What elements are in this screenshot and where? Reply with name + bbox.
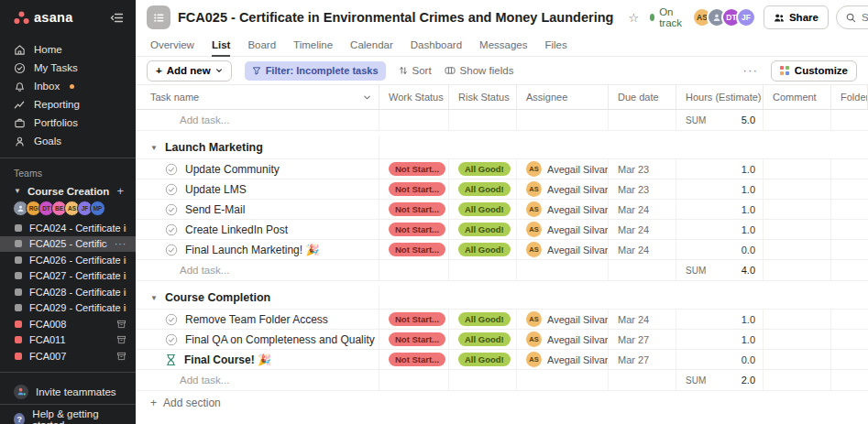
team-add-icon[interactable]: +	[116, 184, 124, 198]
tab-files[interactable]: Files	[544, 39, 566, 57]
task-check-icon[interactable]	[165, 163, 178, 176]
sidebar-item-inbox[interactable]: Inbox	[0, 77, 136, 95]
comment-cell[interactable]	[764, 330, 831, 349]
work-status-pill[interactable]: Not Start...	[389, 312, 445, 326]
milestone-hourglass-icon[interactable]	[165, 353, 177, 366]
due-date[interactable]: Mar 24	[609, 310, 676, 329]
share-button[interactable]: Share	[764, 5, 829, 29]
team-course-creation[interactable]: ▼ Course Creation +	[0, 184, 136, 198]
risk-status-pill[interactable]: All Good!	[458, 202, 511, 216]
section-header-course-completion[interactable]: ▼ Course Completion	[136, 287, 868, 310]
tab-overview[interactable]: Overview	[150, 39, 194, 57]
hours-estimate[interactable]: 0.0	[676, 350, 764, 369]
search-input[interactable]	[862, 12, 868, 23]
work-status-pill[interactable]: Not Start...	[389, 182, 445, 196]
hours-estimate[interactable]: 1.0	[676, 220, 764, 239]
table-row[interactable]: Final QA on Completeness and Quality Not…	[136, 330, 868, 350]
tab-timeline[interactable]: Timeline	[293, 39, 333, 57]
hours-estimate[interactable]: 1.0	[676, 179, 764, 199]
due-date[interactable]: Mar 24	[609, 240, 676, 259]
project-more-icon[interactable]: ···	[115, 239, 126, 249]
show-fields-button[interactable]: Show fields	[445, 65, 514, 76]
favorite-star-icon[interactable]: ☆	[628, 11, 639, 25]
comment-cell[interactable]	[764, 350, 831, 369]
tab-messages[interactable]: Messages	[479, 39, 527, 57]
work-status-pill[interactable]: Not Start...	[389, 243, 445, 256]
avatar[interactable]: MP	[90, 201, 105, 216]
avatar[interactable]: JF	[736, 7, 756, 27]
table-row[interactable]: Create LinkedIn Post Not Start... All Go…	[136, 220, 868, 240]
risk-status-pill[interactable]: All Good!	[458, 223, 511, 236]
work-status-pill[interactable]: Not Start...	[389, 202, 445, 216]
sidebar-item-my-tasks[interactable]: My Tasks	[0, 59, 136, 77]
sidebar-item-home[interactable]: Home	[0, 40, 136, 59]
folder-path-cell[interactable]	[831, 350, 868, 369]
section-header-launch-marketing[interactable]: ▼ Launch Marketing	[136, 136, 868, 159]
table-row[interactable]: Update Community Not Start... All Good! …	[136, 159, 868, 179]
column-task-name[interactable]: Task name	[136, 85, 379, 109]
folder-path-cell[interactable]	[831, 200, 868, 219]
task-check-icon[interactable]	[165, 333, 178, 346]
due-date[interactable]: Mar 27	[609, 350, 676, 369]
asana-logo[interactable]: asana	[14, 10, 73, 25]
work-status-pill[interactable]: Not Start...	[389, 162, 445, 176]
column-folder-path[interactable]: Folder Path	[831, 85, 868, 109]
column-hours[interactable]: Hours (Estimate)	[676, 85, 764, 109]
tab-calendar[interactable]: Calendar	[350, 39, 393, 57]
hours-estimate[interactable]: 0.0	[676, 240, 764, 259]
table-row-milestone[interactable]: Final Course! 🎉 Not Start... All Good! A…	[136, 350, 868, 370]
add-new-button[interactable]: + Add new	[147, 60, 232, 82]
risk-status-pill[interactable]: All Good!	[458, 182, 511, 196]
sidebar-project-fca024[interactable]: FCA024 - Certificate in...	[0, 220, 136, 236]
folder-path-cell[interactable]	[831, 220, 868, 239]
task-check-icon[interactable]	[165, 313, 178, 326]
folder-path-cell[interactable]	[831, 240, 868, 259]
hours-estimate[interactable]: 1.0	[676, 330, 764, 349]
invite-teammates-button[interactable]: Invite teammates	[0, 380, 136, 404]
table-row[interactable]: Final Launch Marketing! 🎉 Not Start... A…	[136, 240, 868, 260]
task-check-icon[interactable]	[165, 203, 178, 216]
hours-estimate[interactable]: 1.0	[676, 200, 764, 219]
hours-estimate[interactable]: 1.0	[676, 159, 764, 179]
column-risk-status[interactable]: Risk Status	[449, 85, 517, 109]
add-section-button[interactable]: + Add section	[136, 391, 868, 415]
table-row[interactable]: Remove Team Folder Access Not Start... A…	[136, 310, 868, 330]
more-options-icon[interactable]: ···	[743, 64, 759, 77]
filter-chip[interactable]: Filter: Incomplete tasks	[245, 61, 386, 81]
comment-cell[interactable]	[764, 179, 831, 199]
task-check-icon[interactable]	[165, 223, 178, 236]
sidebar-project-fca008[interactable]: FCA008	[0, 316, 136, 332]
hours-estimate[interactable]: 1.0	[676, 310, 764, 329]
sidebar-project-fca026[interactable]: FCA026 - Certificate in...	[0, 252, 136, 268]
risk-status-pill[interactable]: All Good!	[458, 332, 511, 346]
add-task-button[interactable]: Add task...	[136, 110, 379, 130]
risk-status-pill[interactable]: All Good!	[458, 243, 511, 256]
tab-list[interactable]: List	[212, 39, 230, 57]
sidebar-project-fca007[interactable]: FCA007	[0, 348, 136, 364]
customize-button[interactable]: Customize	[771, 60, 857, 82]
tab-dashboard[interactable]: Dashboard	[411, 39, 462, 57]
column-work-status[interactable]: Work Status	[379, 85, 449, 109]
work-status-pill[interactable]: Not Start...	[389, 332, 445, 346]
team-expand-icon[interactable]: ▼	[14, 187, 21, 195]
due-date[interactable]: Mar 23	[609, 159, 676, 179]
add-task-button[interactable]: Add task...	[136, 370, 379, 390]
column-chevron-down-icon[interactable]	[363, 93, 371, 102]
sidebar-item-reporting[interactable]: Reporting	[0, 95, 136, 114]
comment-cell[interactable]	[764, 200, 831, 219]
section-collapse-icon[interactable]: ▼	[150, 144, 158, 152]
sidebar-item-goals[interactable]: Goals	[0, 132, 136, 150]
add-task-button[interactable]: Add task...	[136, 260, 379, 280]
sidebar-project-fca028[interactable]: FCA028 - Certificate in...	[0, 284, 136, 300]
folder-path-cell[interactable]	[831, 330, 868, 349]
risk-status-pill[interactable]: All Good!	[458, 162, 511, 176]
sidebar-project-fca027[interactable]: FCA027 - Certificate in...	[0, 268, 136, 285]
due-date[interactable]: Mar 27	[609, 330, 676, 349]
sidebar-project-fca025[interactable]: FCA025 - Certificate i... ···	[0, 236, 136, 253]
folder-path-cell[interactable]	[831, 310, 868, 329]
project-list-icon[interactable]	[147, 5, 170, 29]
comment-cell[interactable]	[764, 240, 831, 259]
task-check-icon[interactable]	[165, 183, 178, 196]
risk-status-pill[interactable]: All Good!	[458, 312, 511, 326]
comment-cell[interactable]	[764, 310, 831, 329]
